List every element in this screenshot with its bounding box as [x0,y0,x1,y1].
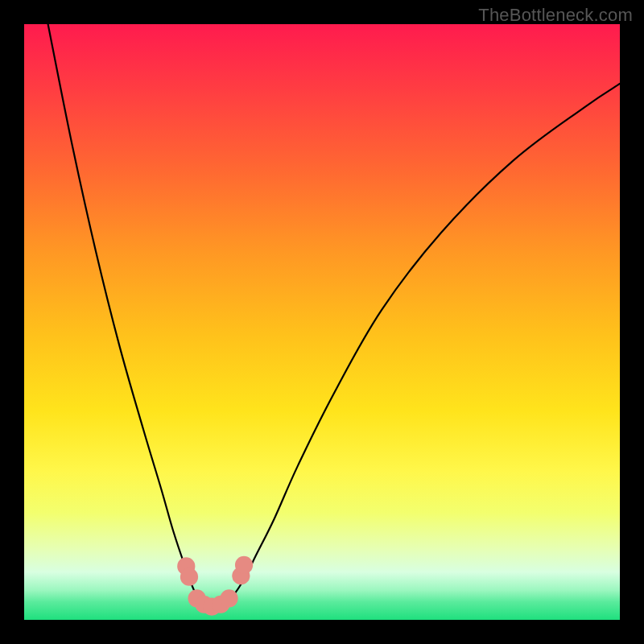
curve-marker [235,556,253,574]
plot-area [24,24,620,620]
curve-marker [220,589,237,607]
curve-markers [177,556,253,616]
curve-layer [24,24,620,620]
chart-frame: TheBottleneck.com [0,0,644,644]
bottleneck-curve [48,24,620,608]
curve-marker [180,568,198,586]
watermark-text: TheBottleneck.com [478,5,633,26]
